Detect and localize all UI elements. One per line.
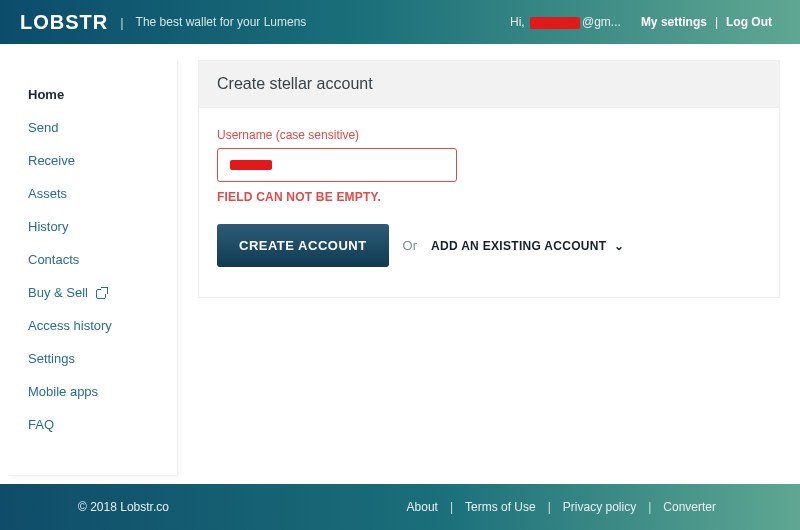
app-header: LOBSTR | The best wallet for your Lumens… [0,0,800,44]
sidebar-item-label: Buy & Sell [28,285,88,300]
sidebar-item-access-history[interactable]: Access history [24,309,161,342]
divider: | [120,15,123,30]
footer-links: About | Terms of Use | Privacy policy | … [401,500,782,514]
form-body: Username (case sensitive) FIELD CAN NOT … [198,107,780,298]
username-label: Username (case sensitive) [217,128,761,142]
sidebar-item-assets[interactable]: Assets [24,177,161,210]
my-settings-link[interactable]: My settings [641,15,707,29]
greeting-suffix: @gm... [582,15,621,29]
username-error: FIELD CAN NOT BE EMPTY. [217,190,761,204]
sidebar: Home Send Receive Assets History Contact… [8,60,178,476]
page-title: Create stellar account [198,60,780,107]
sidebar-item-home[interactable]: Home [24,78,161,111]
or-text: Or [403,238,417,253]
form-actions: CREATE ACCOUNT Or ADD AN EXISTING ACCOUN… [217,224,761,267]
external-link-icon [96,289,106,299]
separator: | [450,500,453,514]
separator: | [648,500,651,514]
add-existing-account-link[interactable]: ADD AN EXISTING ACCOUNT ⌄ [431,239,624,253]
header-right: Hi, @gm... My settings | Log Out [510,15,780,29]
footer-link-privacy[interactable]: Privacy policy [563,500,636,514]
tagline: The best wallet for your Lumens [136,15,307,29]
username-input[interactable] [217,148,457,182]
footer-link-about[interactable]: About [407,500,438,514]
add-existing-label: ADD AN EXISTING ACCOUNT [431,239,606,253]
create-account-button[interactable]: CREATE ACCOUNT [217,224,389,267]
sidebar-item-mobile-apps[interactable]: Mobile apps [24,375,161,408]
content-area: Home Send Receive Assets History Contact… [0,44,800,484]
main-panel: Create stellar account Username (case se… [198,60,780,476]
redacted-email [530,17,580,29]
sidebar-item-contacts[interactable]: Contacts [24,243,161,276]
footer-link-converter[interactable]: Converter [663,500,716,514]
redacted-input-value [230,160,272,170]
sidebar-item-settings[interactable]: Settings [24,342,161,375]
separator: | [548,500,551,514]
app-footer: © 2018 Lobstr.co About | Terms of Use | … [0,484,800,530]
sidebar-item-faq[interactable]: FAQ [24,408,161,441]
separator: | [715,15,718,29]
sidebar-item-send[interactable]: Send [24,111,161,144]
sidebar-item-buy-sell[interactable]: Buy & Sell [24,276,161,309]
greeting: Hi, @gm... [510,15,621,29]
logout-link[interactable]: Log Out [726,15,772,29]
brand-logo: LOBSTR [20,11,108,34]
chevron-down-icon: ⌄ [614,239,624,253]
footer-link-terms[interactable]: Terms of Use [465,500,536,514]
sidebar-item-history[interactable]: History [24,210,161,243]
greeting-prefix: Hi, [510,15,525,29]
copyright: © 2018 Lobstr.co [18,500,169,514]
sidebar-item-receive[interactable]: Receive [24,144,161,177]
